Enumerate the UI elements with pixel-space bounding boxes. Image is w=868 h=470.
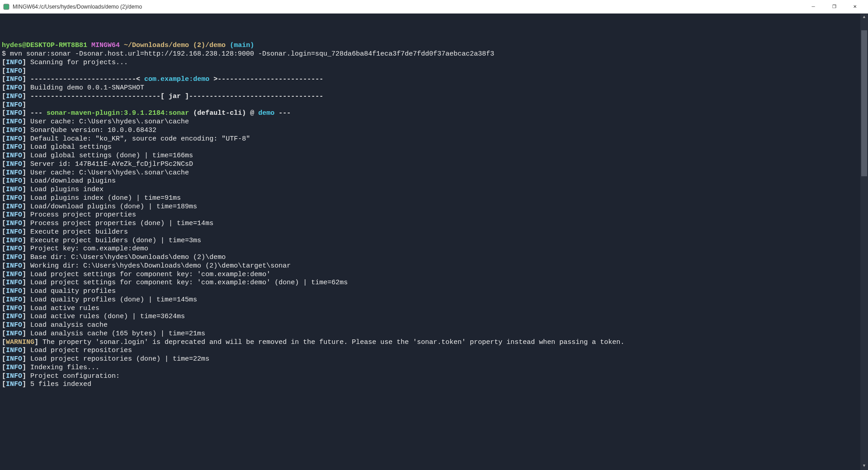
log-line: [INFO] Project configuration: [2, 372, 867, 381]
log-line: [INFO] Default locale: "ko_KR", source c… [2, 135, 867, 144]
log-line: [INFO] 5 files indexed [2, 381, 867, 389]
log-line: [INFO] Load active rules (done) | time=3… [2, 313, 867, 321]
log-line: [INFO] Load/download plugins [2, 177, 867, 186]
log-line: [INFO] Load analysis cache [2, 321, 867, 330]
svg-rect-0 [4, 4, 9, 9]
log-line: [INFO] Execute project builders (done) |… [2, 237, 867, 245]
log-line: [INFO] Load quality profiles [2, 287, 867, 296]
log-line: [INFO] Load global settings [2, 143, 867, 152]
shell-prompt: hydes@DESKTOP-RMT8B81 MINGW64 ~/Download… [2, 42, 867, 50]
log-line: [INFO] Indexing files... [2, 364, 867, 372]
scrollbar-vertical[interactable]: ▲ ▼ [860, 14, 868, 470]
log-line: [INFO] Load project repositories [2, 347, 867, 355]
close-button[interactable]: ✕ [844, 0, 865, 14]
log-line: [INFO] Scanning for projects... [2, 59, 867, 67]
log-line: [INFO] Load quality profiles (done) | ti… [2, 296, 867, 305]
log-line: [INFO] Load plugins index (done) | time=… [2, 194, 867, 203]
log-line: [INFO] SonarQube version: 10.0.0.68432 [2, 127, 867, 135]
window-titlebar: MINGW64:/c/Users/hydes/Downloads/demo (2… [0, 0, 868, 14]
log-line: [INFO] --- sonar-maven-plugin:3.9.1.2184… [2, 109, 867, 118]
log-line: [INFO] Load global settings (done) | tim… [2, 152, 867, 160]
log-line: [INFO] User cache: C:\Users\hydes\.sonar… [2, 118, 867, 127]
maximize-button[interactable]: ❐ [824, 0, 844, 14]
command-line: $ mvn sonar:sonar -Dsonar.host.url=http:… [2, 50, 867, 59]
log-line: [INFO] [2, 101, 867, 110]
scroll-down-arrow[interactable]: ▼ [860, 462, 868, 470]
window-controls: ─ ❐ ✕ [803, 0, 865, 14]
log-line: [INFO] Load active rules [2, 305, 867, 313]
log-line: [INFO] --------------------------< com.e… [2, 75, 867, 84]
log-line: [INFO] Load plugins index [2, 186, 867, 194]
log-line: [INFO] Load project settings for compone… [2, 271, 867, 279]
log-line: [INFO] Process project properties [2, 211, 867, 220]
log-line: [INFO] User cache: C:\Users\hydes\.sonar… [2, 169, 867, 178]
log-line: [INFO] Execute project builders [2, 228, 867, 237]
log-line: [INFO] Load project settings for compone… [2, 279, 867, 287]
log-line: [INFO] Load/download plugins (done) | ti… [2, 203, 867, 212]
log-line: [INFO] Working dir: C:\Users\hydes\Downl… [2, 262, 867, 271]
log-line: [INFO] Load analysis cache (165 bytes) |… [2, 330, 867, 338]
log-line: [INFO] Load project repositories (done) … [2, 355, 867, 364]
scroll-thumb[interactable] [861, 30, 867, 176]
log-line: [INFO] Base dir: C:\Users\hydes\Download… [2, 254, 867, 262]
terminal-content: hydes@DESKTOP-RMT8B81 MINGW64 ~/Download… [2, 33, 867, 390]
terminal-viewport[interactable]: hydes@DESKTOP-RMT8B81 MINGW64 ~/Download… [0, 14, 868, 470]
log-line: [INFO] --------------------------------[… [2, 93, 867, 101]
log-line: [WARNING] The property 'sonar.login' is … [2, 338, 867, 347]
minimize-button[interactable]: ─ [803, 0, 824, 14]
window-title: MINGW64:/c/Users/hydes/Downloads/demo (2… [13, 4, 803, 10]
app-icon [3, 3, 10, 10]
log-line: [INFO] Server id: 147B411E-AYeZk_fcDjlrP… [2, 160, 867, 169]
log-line: [INFO] Project key: com.example:demo [2, 245, 867, 254]
scroll-up-arrow[interactable]: ▲ [860, 14, 868, 21]
log-line: [INFO] [2, 67, 867, 76]
log-line: [INFO] Process project properties (done)… [2, 220, 867, 228]
log-line: [INFO] Building demo 0.0.1-SNAPSHOT [2, 84, 867, 93]
